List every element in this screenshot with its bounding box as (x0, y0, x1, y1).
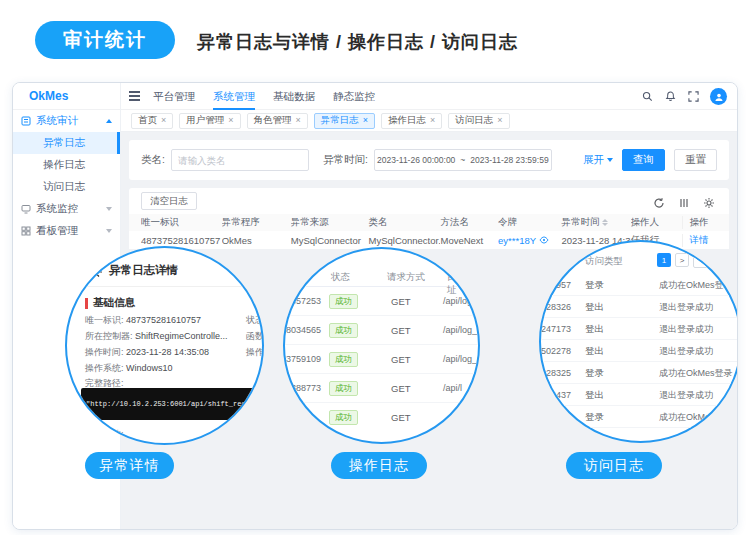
op-col-method: 请求方式 (387, 271, 425, 284)
top-nav: 平台管理 系统管理 基础数据 静态监控 (153, 83, 375, 110)
highlight-circle-operation-log: 状态 请求方式 目标地址 48357253 成功 GET /api/log_ 5… (283, 247, 480, 444)
settings-gear-icon[interactable] (703, 195, 715, 207)
caret-down-icon (106, 207, 112, 211)
cell-program: OkMes (222, 235, 291, 246)
col-header-time: 异常时间 (561, 216, 630, 229)
access-type-header: 访问类型 (585, 255, 623, 268)
cell-token: ey***18Y (498, 235, 561, 246)
tab-users[interactable]: 用户管理× (179, 113, 240, 129)
close-icon[interactable]: × (296, 116, 301, 125)
filter-actions: 展开 查询 重置 (583, 149, 717, 171)
clear-log-button[interactable]: 清空日志 (141, 192, 197, 210)
sidebar-group-kanban[interactable]: 看板管理 (13, 220, 120, 242)
sidebar-item-operation-log[interactable]: 操作日志 (13, 154, 120, 176)
eye-icon[interactable] (539, 235, 549, 246)
status-badge: 成功 (329, 294, 358, 309)
access-log-row: 7443730437登出退出登录成功 (541, 384, 738, 406)
col-header-source: 异常来源 (291, 216, 369, 229)
caret-down-icon (106, 229, 112, 233)
section-marker (85, 298, 88, 309)
sidebar-group-audit[interactable]: 系统审计 (13, 110, 120, 132)
sort-icon[interactable] (602, 219, 608, 226)
tab-bar: 首页× 用户管理× 角色管理× 异常日志× 操作日志× 访问日志× (121, 110, 737, 132)
sidebar-item-exception-log[interactable]: 异常日志 (13, 132, 120, 154)
detail-link[interactable]: 详情 (682, 234, 717, 247)
highlight-circle-access-log: 访问类型 1 > 10 条/页 477957登录成功在OkMes登录 74559… (539, 240, 738, 443)
logo-area: OkMes (13, 83, 121, 110)
column-settings-icon[interactable] (678, 195, 690, 207)
col-header-program: 异常程序 (222, 216, 291, 229)
detail-field: 操作时间: 2023-11-28 14:35:08 (85, 346, 209, 359)
chevron-down-icon (607, 158, 613, 162)
detail-title: 异常日志详情 (109, 263, 178, 278)
search-icon[interactable] (641, 91, 653, 103)
cell-method: MoveNext (440, 235, 498, 246)
page-badge: 审计统计 (35, 21, 175, 59)
cell-id: 487375281610757 (141, 235, 222, 246)
detail-field: 唯一标识: 487375281610757 (85, 314, 201, 327)
access-log-row: 7455928326登出退出登录成功 (541, 296, 738, 318)
basic-info-section: 基础信息 (85, 296, 135, 310)
page-current-button[interactable]: 1 (657, 253, 671, 267)
callout-operation-log: 操作日志 (331, 452, 427, 479)
exception-time-label: 异常时间: (323, 153, 368, 167)
nav-item-system[interactable]: 系统管理 (213, 83, 255, 110)
nav-item-monitor[interactable]: 静态监控 (333, 83, 375, 110)
app-window: OkMes 平台管理 系统管理 基础数据 静态监控 (12, 82, 738, 530)
kanban-icon (21, 226, 31, 236)
page-title: 异常日志与详情 / 操作日志 / 访问日志 (197, 30, 518, 54)
cell-class: MySqlConnector... (368, 235, 440, 246)
close-icon[interactable]: × (161, 116, 166, 125)
callout-access-log: 访问日志 (566, 452, 662, 479)
access-log-row: 7388248502278登出退出登录成功 (541, 340, 738, 362)
nav-item-basedata[interactable]: 基础数据 (273, 83, 315, 110)
navbar: OkMes 平台管理 系统管理 基础数据 静态监控 (13, 83, 737, 110)
detail-field: 所在控制器: ShiftRegimeControlle... (85, 330, 228, 343)
tab-roles[interactable]: 角色管理× (247, 113, 308, 129)
status-badge: 成功 (329, 352, 358, 367)
detail-field: 操作系统: Windows10 (85, 362, 173, 375)
fullscreen-icon[interactable] (687, 91, 699, 103)
date-end: 2023-11-28 23:59:59 (470, 155, 548, 165)
date-range-picker[interactable]: 2023-11-26 00:00:00 ~ 2023-11-28 23:59:5… (374, 149, 552, 171)
sidebar-group-monitor[interactable]: 系统监控 (13, 198, 120, 220)
col-header-token: 令牌 (498, 216, 561, 229)
op-log-row: 48357253 成功 GET /api/log_ (285, 287, 478, 316)
class-name-label: 类名: (141, 153, 165, 167)
status-badge: 成功 (329, 381, 358, 396)
sidebar-group-label: 看板管理 (36, 224, 78, 238)
search-button[interactable]: 查询 (622, 149, 665, 171)
nav-item-platform[interactable]: 平台管理 (153, 83, 195, 110)
expand-link[interactable]: 展开 (583, 153, 613, 167)
close-icon[interactable]: × (430, 116, 435, 125)
status-badge: 成功 (329, 323, 358, 338)
bell-icon[interactable] (664, 91, 676, 103)
access-log-row: 407455928325登录成功在OkMes登录 (541, 362, 738, 384)
sidebar-item-access-log[interactable]: 访问日志 (13, 176, 120, 198)
tab-home[interactable]: 首页× (131, 113, 173, 129)
menu-collapse-icon[interactable] (129, 91, 140, 101)
exception-path-code: "http://10.10.2.253:6001/api/shift_regim… (81, 388, 259, 420)
reset-button[interactable]: 重置 (674, 149, 717, 171)
tab-exception-log[interactable]: 异常日志× (314, 113, 375, 129)
tab-access-log[interactable]: 访问日志× (448, 113, 509, 129)
page: 审计统计 异常日志与详情 / 操作日志 / 访问日志 OkMes 平台管理 系统… (0, 0, 750, 535)
access-log-row: 407706247173登出退出登录成功 (541, 318, 738, 340)
detail-field-right: 函数名称 (246, 330, 264, 343)
col-header-id: 唯一标识 (141, 216, 222, 229)
op-col-status: 状态 (331, 271, 350, 284)
caret-up-icon (106, 119, 112, 123)
filter-bar: 类名: 异常时间: 2023-11-26 00:00:00 ~ 2023-11-… (129, 140, 729, 180)
class-name-input[interactable] (171, 149, 309, 171)
avatar[interactable] (710, 88, 727, 105)
refresh-icon[interactable] (653, 195, 665, 207)
monitor-icon (21, 204, 31, 214)
col-header-action: 操作 (682, 216, 717, 229)
close-icon[interactable]: × (228, 116, 233, 125)
tab-operation-log[interactable]: 操作日志× (381, 113, 442, 129)
page-next-button[interactable]: > (675, 253, 689, 267)
date-separator: ~ (460, 155, 465, 165)
close-icon[interactable]: × (497, 116, 502, 125)
table-toolbar: 清空日志 (129, 188, 729, 214)
close-icon[interactable]: × (363, 116, 368, 125)
